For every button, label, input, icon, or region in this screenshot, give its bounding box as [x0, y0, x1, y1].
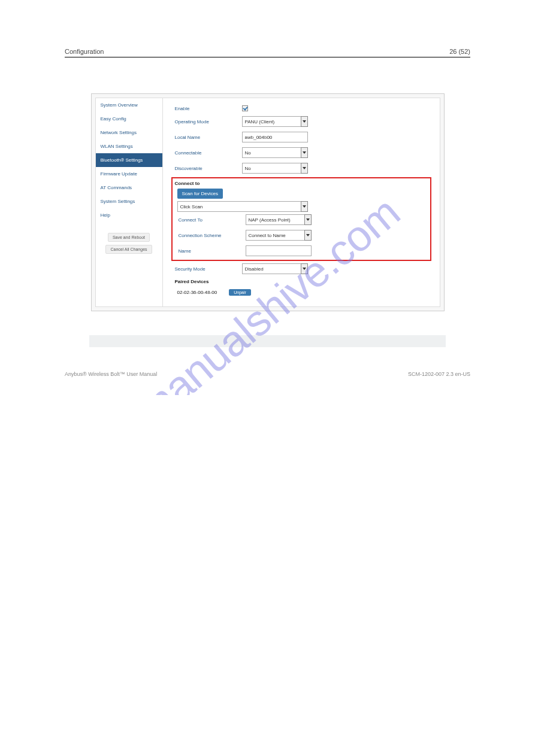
name-input[interactable]	[246, 245, 312, 256]
local-name-value: awb_004b00	[245, 135, 273, 140]
chevron-down-icon	[301, 116, 308, 127]
connection-scheme-value: Connect to Name	[249, 233, 286, 238]
scan-result-select[interactable]: Click Scan	[177, 201, 308, 212]
connect-to-section: Connect to Scan for Devices Click Scan C…	[171, 177, 431, 261]
name-label: Name	[175, 248, 246, 254]
connection-scheme-label: Connection Scheme	[175, 233, 246, 238]
header-right: 26 (52)	[449, 48, 470, 55]
scan-for-devices-button[interactable]: Scan for Devices	[177, 189, 223, 199]
connectable-value: No	[245, 150, 251, 156]
connectable-label: Connectable	[171, 150, 242, 156]
sidebar-item-at-commands[interactable]: AT Commands	[96, 181, 162, 195]
chevron-down-icon	[301, 163, 308, 174]
chevron-down-icon	[304, 230, 312, 241]
local-name-label: Local Name	[171, 135, 242, 140]
sidebar-item-firmware-update[interactable]: Firmware Update	[96, 167, 162, 181]
discoverable-select[interactable]: No	[242, 163, 308, 174]
discoverable-value: No	[245, 166, 251, 171]
chevron-down-icon	[301, 201, 308, 212]
connect-to-select[interactable]: NAP (Access Point)	[246, 214, 312, 225]
enable-checkbox[interactable]	[242, 105, 248, 111]
save-and-reboot-button[interactable]: Save and Reboot	[108, 233, 150, 242]
unpair-button[interactable]: Unpair	[229, 289, 251, 296]
paired-device-mac: 02-02-36-00-48-00	[171, 290, 217, 295]
cancel-all-changes-button[interactable]: Cancel All Changes	[105, 245, 152, 254]
security-mode-value: Disabled	[245, 266, 264, 272]
sidebar-item-easy-config[interactable]: Easy Config	[96, 112, 162, 126]
sidebar-item-wlan-settings[interactable]: WLAN Settings	[96, 139, 162, 153]
enable-label: Enable	[171, 106, 242, 111]
discoverable-label: Discoverable	[171, 166, 242, 171]
content-stripe	[89, 335, 446, 347]
settings-panel-figure: System Overview Easy Config Network Sett…	[91, 93, 445, 311]
security-mode-label: Security Mode	[171, 266, 242, 272]
connectable-select[interactable]: No	[242, 147, 308, 158]
footer-right: SCM-1202-007 2.3 en-US	[408, 371, 470, 377]
sidebar: System Overview Easy Config Network Sett…	[96, 98, 163, 306]
security-mode-select[interactable]: Disabled	[242, 263, 308, 274]
operating-mode-select[interactable]: PANU (Client)	[242, 116, 308, 127]
paired-devices-title: Paired Devices	[171, 279, 242, 284]
footer-left: Anybus® Wireless Bolt™ User Manual	[65, 371, 157, 377]
figure-caption: Fig. 15 Bluetooth Settings	[65, 317, 470, 324]
chevron-down-icon	[301, 263, 308, 274]
chevron-down-icon	[301, 147, 308, 158]
local-name-input[interactable]: awb_004b00	[242, 132, 308, 142]
connect-to-label: Connect To	[175, 217, 246, 223]
sidebar-item-bluetooth-settings[interactable]: Bluetooth® Settings	[96, 153, 162, 167]
connect-to-value: NAP (Access Point)	[249, 217, 291, 223]
sidebar-item-network-settings[interactable]: Network Settings	[96, 126, 162, 139]
header-left: Configuration	[65, 48, 104, 55]
sidebar-item-system-overview[interactable]: System Overview	[96, 98, 162, 112]
connect-to-title: Connect to	[175, 181, 428, 189]
sidebar-item-help[interactable]: Help	[96, 208, 162, 222]
operating-mode-value: PANU (Client)	[245, 119, 275, 125]
operating-mode-label: Operating Mode	[171, 119, 242, 125]
scan-result-value: Click Scan	[180, 204, 203, 210]
chevron-down-icon	[304, 214, 312, 225]
sidebar-item-system-settings[interactable]: System Settings	[96, 195, 162, 208]
connection-scheme-select[interactable]: Connect to Name	[246, 230, 312, 241]
